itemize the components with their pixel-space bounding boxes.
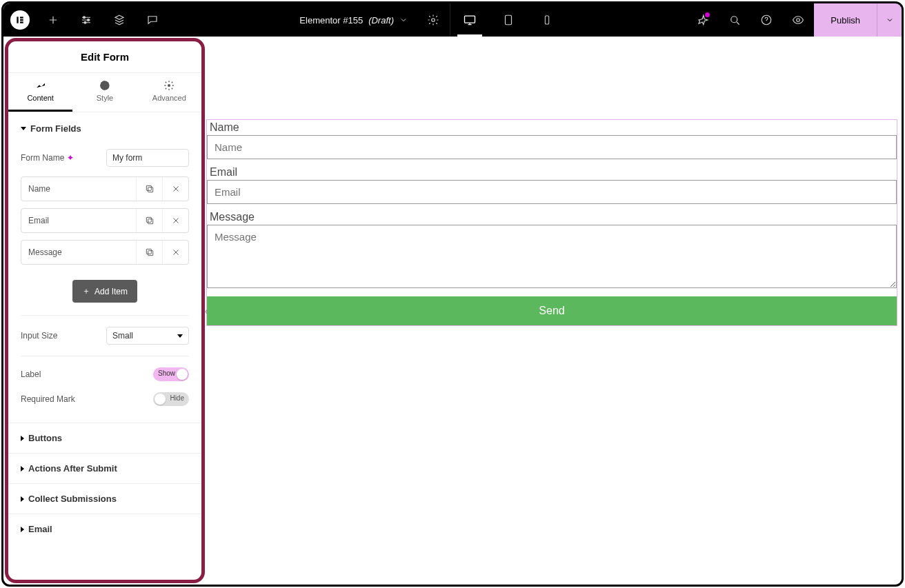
duplicate-icon[interactable] (136, 209, 162, 232)
search-icon[interactable] (719, 3, 750, 37)
input-size-select[interactable]: Small (106, 327, 189, 345)
remove-icon[interactable] (162, 209, 188, 232)
device-mobile[interactable] (528, 3, 566, 37)
svg-rect-21 (146, 249, 151, 254)
section-email[interactable]: Email (8, 514, 201, 544)
caret-right-icon (21, 466, 24, 472)
svg-rect-19 (146, 217, 151, 222)
svg-point-7 (432, 19, 435, 22)
page-settings-icon[interactable] (417, 3, 450, 37)
duplicate-icon[interactable] (136, 241, 162, 264)
form-widget[interactable]: Name Email Message Send (206, 119, 897, 326)
svg-rect-0 (17, 17, 18, 23)
submit-button[interactable]: Send (207, 296, 897, 325)
tab-style[interactable]: Style (72, 73, 137, 112)
ai-icon[interactable]: ✦ (67, 153, 74, 163)
form-name-label: Form Name✦ (21, 153, 74, 163)
device-desktop[interactable] (450, 3, 489, 37)
remove-icon[interactable] (162, 177, 188, 201)
field-label: Name (207, 120, 897, 135)
field-label: Message (207, 210, 897, 225)
name-input[interactable] (207, 135, 897, 159)
chevron-down-icon (177, 334, 183, 338)
canvas[interactable]: Name Email Message Send (205, 37, 902, 585)
panel-collapse-handle[interactable]: ‹ (203, 301, 209, 321)
svg-rect-20 (148, 251, 152, 256)
add-item-button[interactable]: ＋Add Item (72, 280, 137, 303)
svg-rect-16 (148, 187, 152, 192)
svg-point-15 (168, 84, 170, 87)
field-item[interactable]: Email (21, 208, 189, 233)
label-toggle-label: Label (21, 369, 41, 379)
svg-rect-1 (20, 17, 23, 18)
message-input[interactable] (207, 225, 897, 288)
caret-down-icon (21, 127, 26, 130)
svg-rect-8 (464, 16, 475, 23)
elementor-logo[interactable] (3, 3, 37, 37)
svg-point-13 (797, 19, 800, 22)
caret-right-icon (21, 436, 24, 441)
preview-icon[interactable] (782, 3, 814, 37)
doc-name: Elementor #155 (299, 15, 363, 26)
svg-point-11 (731, 17, 737, 23)
panel-tabs: Content Style Advanced (8, 73, 201, 112)
structure-icon[interactable] (103, 3, 136, 37)
section-buttons[interactable]: Buttons (8, 423, 201, 453)
svg-rect-17 (146, 185, 151, 190)
settings-sliders-icon[interactable] (70, 3, 103, 37)
chevron-down-icon (399, 16, 408, 24)
svg-point-4 (83, 17, 86, 19)
svg-rect-3 (20, 21, 23, 23)
svg-point-5 (88, 19, 90, 21)
tab-content[interactable]: Content (8, 73, 72, 112)
input-size-label: Input Size (21, 331, 57, 341)
add-icon[interactable] (37, 3, 70, 37)
label-toggle[interactable]: Show (153, 367, 189, 381)
document-title[interactable]: Elementor #155 (Draft) (290, 3, 417, 37)
required-mark-toggle[interactable]: Hide (153, 392, 189, 406)
email-input[interactable] (207, 180, 897, 204)
required-mark-label: Required Mark (21, 394, 75, 404)
help-icon[interactable] (750, 3, 782, 37)
editor-panel: Edit Form Content Style Advanced Form Fi… (5, 38, 205, 583)
form-name-input[interactable] (106, 149, 189, 167)
svg-rect-10 (545, 16, 548, 24)
field-list: Name Email Message (8, 172, 201, 273)
svg-rect-18 (148, 219, 152, 224)
tab-advanced[interactable]: Advanced (137, 73, 201, 112)
topbar: Elementor #155 (Draft) Publish (3, 3, 902, 37)
publish-button[interactable]: Publish (814, 3, 877, 37)
plus-icon: ＋ (82, 285, 90, 297)
section-form-fields[interactable]: Form Fields (8, 112, 201, 143)
caret-right-icon (21, 527, 24, 532)
publish-options[interactable] (877, 3, 902, 37)
doc-status: (Draft) (368, 15, 394, 26)
panel-title: Edit Form (8, 41, 201, 73)
device-tablet[interactable] (489, 3, 528, 37)
caret-right-icon (21, 496, 24, 502)
field-label: Email (207, 165, 897, 180)
comment-icon[interactable] (136, 3, 169, 37)
remove-icon[interactable] (162, 241, 188, 264)
field-item[interactable]: Message (21, 240, 189, 265)
field-item[interactable]: Name (21, 176, 189, 201)
notifications-icon[interactable] (687, 3, 719, 37)
svg-rect-9 (505, 15, 511, 25)
svg-rect-2 (20, 19, 23, 21)
section-collect-submissions[interactable]: Collect Submissions (8, 483, 201, 514)
duplicate-icon[interactable] (136, 177, 162, 201)
section-actions-after-submit[interactable]: Actions After Submit (8, 453, 201, 483)
svg-point-6 (84, 21, 86, 23)
